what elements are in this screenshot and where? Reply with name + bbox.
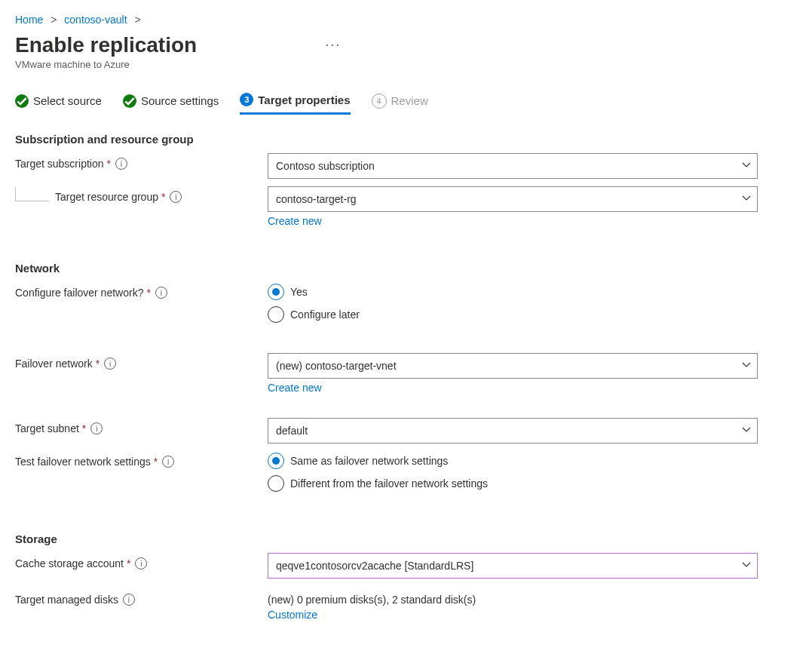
more-actions-button[interactable]: ··· [325,37,341,53]
info-icon[interactable]: i [104,358,116,370]
label-target-resource-group: Target resource group * i [15,186,268,203]
info-icon[interactable]: i [135,557,147,569]
label-cache-storage-account: Cache storage account * i [15,553,268,569]
step-label: Source settings [141,94,219,107]
section-heading-network: Network [15,262,797,275]
radio-configure-later[interactable]: Configure later [268,306,758,323]
label-test-failover-settings: Test failover network settings * i [15,451,268,468]
radio-test-different[interactable]: Different from the failover network sett… [268,475,758,492]
radio-icon [268,453,284,469]
step-target-properties[interactable]: 3 Target properties [240,93,350,115]
select-value: default [276,425,308,437]
required-asterisk: * [107,158,111,170]
info-icon[interactable]: i [155,287,167,299]
radio-label: Same as failover network settings [290,455,448,467]
step-select-source[interactable]: Select source [15,93,102,115]
page-subtitle: VMware machine to Azure [15,59,797,70]
label-target-subscription: Target subscription * i [15,153,268,170]
label-failover-network: Failover network * i [15,353,268,370]
required-asterisk: * [154,456,158,468]
section-heading-storage: Storage [15,533,797,545]
step-source-settings[interactable]: Source settings [123,93,219,115]
step-number-icon: 4 [372,94,387,109]
step-label: Review [391,94,428,107]
info-icon[interactable]: i [123,594,135,606]
required-asterisk: * [146,287,150,299]
label-target-managed-disks: Target managed disks i [15,589,268,606]
radio-group-configure-failover: Yes Configure later [268,282,758,329]
select-target-subnet[interactable]: default [268,418,758,444]
step-label: Select source [33,94,102,107]
radio-test-same[interactable]: Same as failover network settings [268,453,758,469]
required-asterisk: * [96,358,100,370]
chevron-down-icon [742,425,751,437]
breadcrumb-sep: > [51,14,57,26]
step-number-icon: 3 [240,93,253,106]
text-target-managed-disks: (new) 0 premium disks(s), 2 standard dis… [268,589,758,606]
select-value: Contoso subscription [276,160,375,172]
info-icon[interactable]: i [162,456,174,468]
chevron-down-icon [742,560,751,572]
radio-group-test-failover: Same as failover network settings Differ… [268,451,758,498]
select-failover-network[interactable]: (new) contoso-target-vnet [268,353,758,379]
step-label: Target properties [258,94,350,106]
link-create-new-network[interactable]: Create new [268,382,322,394]
select-value: contoso-target-rg [276,193,357,205]
radio-configure-yes[interactable]: Yes [268,284,758,300]
link-create-new-rg[interactable]: Create new [268,215,322,227]
radio-icon [268,306,284,323]
required-asterisk: * [161,191,165,203]
info-icon[interactable]: i [170,191,182,203]
breadcrumb: Home > contoso-vault > [15,14,797,26]
select-cache-storage-account[interactable]: qeqve1contosorcv2acache [StandardLRS] [268,553,758,579]
info-icon[interactable]: i [115,158,127,170]
radio-label: Different from the failover network sett… [290,477,488,490]
breadcrumb-vault[interactable]: contoso-vault [64,14,127,26]
breadcrumb-home[interactable]: Home [15,14,43,26]
select-target-resource-group[interactable]: contoso-target-rg [268,186,758,212]
wizard-steps: Select source Source settings 3 Target p… [15,93,797,115]
link-customize-disks[interactable]: Customize [268,609,317,621]
radio-icon [268,284,284,300]
chevron-down-icon [742,160,751,172]
info-icon[interactable]: i [90,422,103,434]
step-review[interactable]: 4 Review [372,93,428,115]
radio-label: Yes [290,286,308,298]
required-asterisk: * [82,422,86,434]
select-target-subscription[interactable]: Contoso subscription [268,153,758,179]
required-asterisk: * [127,557,130,569]
breadcrumb-sep: > [135,14,141,26]
chevron-down-icon [742,193,751,205]
page-title: Enable replication [15,33,197,57]
tree-connector [15,187,49,201]
select-value: qeqve1contosorcv2acache [StandardLRS] [276,560,473,572]
radio-icon [268,475,284,492]
check-icon [123,94,136,108]
radio-label: Configure later [290,308,360,321]
label-target-subnet: Target subnet * i [15,418,268,434]
chevron-down-icon [742,360,751,372]
check-icon [15,94,29,108]
select-value: (new) contoso-target-vnet [276,360,397,372]
section-heading-subscription: Subscription and resource group [15,133,797,146]
label-configure-failover-network: Configure failover network? * i [15,282,268,299]
